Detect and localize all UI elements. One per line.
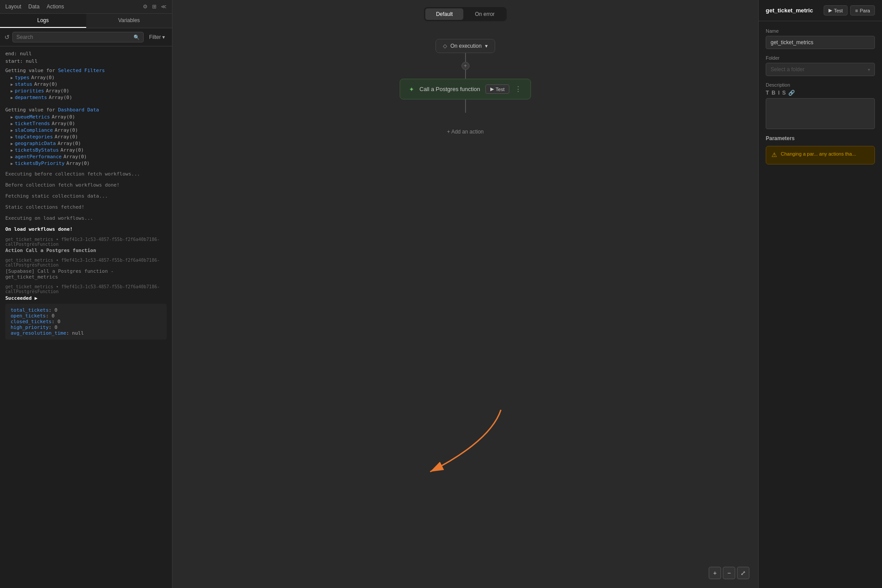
text-format-strikethrough[interactable]: S [782, 90, 786, 96]
log-msg-before-done: Before collection fetch workflows done! [0, 181, 172, 189]
description-label: Description [766, 82, 875, 88]
text-format-link[interactable]: 🔗 [788, 90, 795, 96]
log-separator [0, 254, 172, 257]
menu-icons: ⚙ ⊞ ≪ [143, 4, 167, 10]
section-value: Selected Filters [58, 68, 105, 73]
chevron-icon: ▶ [11, 115, 13, 119]
field-group-name: Name get_ticket_metrics [766, 28, 875, 49]
log-msg-executing-onload: Executing on load workflows... [0, 214, 172, 222]
log-tree-ticketTrends: ▶ ticketTrends Array(0) [0, 120, 172, 127]
field-group-parameters: Parameters ⚠ Changing a par... any actio… [766, 135, 875, 164]
menu-layout[interactable]: Layout [5, 4, 21, 10]
test-button[interactable]: ▶ Test [485, 84, 509, 94]
zoom-in-button[interactable]: + [709, 567, 721, 579]
center-panel: Default On error ◇ On execution ▾ + ✦ Ca… [172, 0, 758, 588]
chevron-icon: ▶ [11, 76, 13, 80]
description-textarea[interactable] [766, 98, 875, 129]
text-format-bold[interactable]: B [771, 90, 775, 96]
tab-variables[interactable]: Variables [86, 14, 172, 28]
connector-bottom [465, 99, 466, 113]
trigger-chevron-icon: ▾ [485, 43, 488, 49]
layout-icon[interactable]: ⊞ [152, 4, 157, 10]
log-meta-2: get_ticket_metrics • f9ef41c3-1c53-4857-… [0, 257, 172, 268]
log-supabase: [Supabase] Call a Postgres function - ge… [0, 268, 172, 280]
log-succeeded: Succeeded ▶ [0, 294, 172, 302]
warning-box: ⚠ Changing a par... any actions tha... [766, 146, 875, 164]
chevron-icon: ▶ [11, 122, 13, 126]
trigger-node[interactable]: ◇ On execution ▾ [435, 39, 496, 53]
log-section-selected-filters: Getting value for Selected Filters [0, 65, 172, 74]
tab-default[interactable]: Default [425, 8, 463, 20]
log-tree-types: ▶ types Array(0) [0, 74, 172, 81]
menu-actions[interactable]: Actions [46, 4, 64, 10]
search-input-wrap: 🔍 [12, 32, 144, 42]
folder-label: Folder [766, 55, 875, 61]
folder-select[interactable]: Select a folder ▾ [766, 63, 875, 76]
log-tree-slaCompliance: ▶ slaCompliance Array(0) [0, 127, 172, 134]
right-panel-header: get_ticket_metric ▶ Test ≡ Para [759, 0, 882, 21]
collapse-icon[interactable]: ≪ [161, 4, 167, 10]
log-null-text: start: null [5, 58, 38, 64]
add-action-button[interactable]: + Add an action [442, 126, 489, 137]
tab-logs[interactable]: Logs [0, 14, 86, 28]
name-input[interactable]: get_ticket_metrics [766, 36, 875, 49]
section-value: Dashboard Data [58, 107, 99, 113]
filter-button[interactable]: Filter ▾ [146, 32, 168, 42]
params-icon: ≡ [855, 8, 858, 13]
connector-line [465, 99, 466, 113]
search-icon: 🔍 [134, 34, 140, 40]
log-tree-priorities: ▶ priorities Array(0) [0, 88, 172, 94]
postgres-icon: ✦ [409, 86, 414, 93]
chevron-icon: ▶ [11, 128, 13, 133]
right-panel-title: get_ticket_metric [766, 7, 820, 14]
log-separator [0, 211, 172, 214]
tab-params[interactable]: ≡ Para [850, 5, 875, 15]
top-menu-bar: Layout Data Actions ⚙ ⊞ ≪ [0, 0, 172, 14]
menu-data[interactable]: Data [28, 4, 39, 10]
log-separator [0, 189, 172, 192]
tab-on-error[interactable]: On error [464, 8, 505, 20]
arrow-annotation [377, 401, 510, 491]
result-row: total_tickets: 0 [11, 307, 161, 313]
log-meta-3: get_ticket_metrics • f9ef41c3-1c53-4857-… [0, 284, 172, 294]
tab-test[interactable]: ▶ Test [824, 5, 848, 15]
log-null-start: start: null [0, 57, 172, 65]
refresh-icon[interactable]: ↺ [4, 34, 10, 41]
text-format-italic[interactable]: I [778, 90, 779, 96]
description-toolbar: T B I S 🔗 [766, 90, 875, 96]
connector-line-top [465, 53, 466, 62]
text-format-t[interactable]: T [766, 90, 769, 96]
right-panel-tabs: ▶ Test ≡ Para [824, 5, 875, 15]
log-section-dashboard-data: Getting value for Dashboard Data [0, 104, 172, 114]
arrow-svg [377, 401, 510, 489]
log-null-text: end: null [5, 51, 32, 57]
trigger-icon: ◇ [443, 43, 447, 49]
connector: + [462, 53, 470, 79]
log-msg-fetched: Static collections fetched! [0, 203, 172, 211]
chevron-icon: ▶ [11, 141, 13, 146]
log-separator [0, 233, 172, 237]
log-tree-departments: ▶ departments Array(0) [0, 94, 172, 101]
zoom-controls: + − ⤢ [709, 567, 749, 579]
more-options-icon[interactable]: ⋮ [515, 85, 522, 93]
result-row: high_priority: 0 [11, 325, 161, 330]
chevron-icon: ▶ [11, 155, 13, 159]
chevron-down-icon: ▾ [868, 67, 870, 72]
search-row: ↺ 🔍 Filter ▾ [0, 28, 172, 46]
add-between-button[interactable]: + [462, 62, 470, 70]
chevron-icon: ▶ [11, 95, 13, 100]
settings-icon[interactable]: ⚙ [143, 4, 148, 10]
log-action-1: Action Call a Postgres function [0, 247, 172, 254]
filter-label: Filter [149, 34, 161, 40]
action-node-label: Call a Postgres function [420, 86, 480, 92]
search-input[interactable] [16, 34, 132, 40]
zoom-fit-button[interactable]: ⤢ [737, 567, 749, 579]
chevron-icon: ▶ [11, 82, 13, 87]
tab-params-label: Para [860, 8, 870, 13]
left-panel: Layout Data Actions ⚙ ⊞ ≪ Logs Variables… [0, 0, 172, 588]
log-msg-executing-before: Executing before collection fetch workfl… [0, 170, 172, 178]
zoom-out-button[interactable]: − [723, 567, 735, 579]
chevron-down-icon: ▾ [162, 34, 165, 40]
right-panel-body: Name get_ticket_metrics Folder Select a … [759, 21, 882, 588]
right-panel: get_ticket_metric ▶ Test ≡ Para Name get… [758, 0, 882, 588]
